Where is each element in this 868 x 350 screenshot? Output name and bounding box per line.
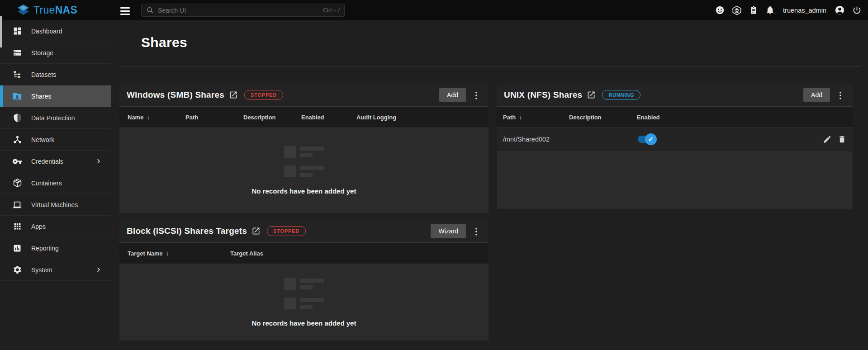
sidebar-item-datasets[interactable]: Datasets [0, 64, 111, 85]
sidebar-item-storage[interactable]: Storage [0, 42, 111, 64]
row-actions [823, 128, 846, 150]
gear-icon [12, 265, 23, 275]
column-header-target-name[interactable]: Target Name↓ [128, 250, 230, 257]
sidebar-item-network[interactable]: Network [0, 129, 111, 151]
sidebar-item-label: Datasets [31, 71, 56, 78]
sidebar-item-credentials[interactable]: Credentials [0, 151, 111, 172]
card-header: UNIX (NFS) Shares RUNNING Add ⋮ [497, 84, 853, 106]
sidebar-item-virtual-machines[interactable]: Virtual Machines [0, 194, 111, 216]
sort-desc-icon: ↓ [147, 114, 150, 121]
sidebar-item-label: Reporting [31, 245, 59, 252]
card-title: Block (iSCSI) Shares Targets [127, 226, 247, 236]
empty-state: No records have been added yet [252, 278, 356, 327]
chevron-right-icon [95, 266, 102, 273]
notifications-bell-icon[interactable] [765, 5, 775, 15]
kebab-menu-icon[interactable]: ⋮ [834, 87, 847, 103]
sidebar-item-reporting[interactable]: Reporting [0, 237, 111, 259]
username-label: truenas_admin [783, 7, 826, 14]
card-actions: Add ⋮ [439, 87, 483, 103]
page-title: Shares [141, 35, 187, 50]
iscsi-targets-card: Block (iSCSI) Shares Targets STOPPED Wiz… [119, 220, 489, 341]
column-header-enabled[interactable]: Enabled [637, 114, 853, 121]
account-avatar-icon[interactable] [835, 5, 845, 15]
card-body [497, 151, 853, 209]
column-header-target-alias[interactable]: Target Alias [230, 250, 489, 257]
kebab-menu-icon[interactable]: ⋮ [470, 223, 483, 239]
truenas-logo-icon [17, 4, 29, 16]
search-shortcut-hint: Ctrl + / [323, 7, 340, 14]
topbar-actions: truenas_admin [715, 0, 862, 20]
apps-grid-icon [12, 221, 23, 232]
sidebar-item-label: Credentials [31, 158, 63, 165]
open-in-new-icon[interactable] [229, 90, 238, 99]
column-header-description[interactable]: Description [569, 114, 637, 121]
sidebar-item-label: Dashboard [31, 28, 62, 35]
add-smb-share-button[interactable]: Add [439, 88, 466, 102]
card-header: Block (iSCSI) Shares Targets STOPPED Wiz… [119, 220, 489, 242]
edit-pencil-icon[interactable] [823, 135, 832, 144]
status-badge: STOPPED [244, 90, 283, 100]
jobs-clipboard-icon[interactable] [749, 5, 758, 15]
sidebar-item-label: Virtual Machines [31, 201, 78, 208]
open-in-new-icon[interactable] [251, 227, 261, 236]
sidebar-item-label: Apps [31, 223, 46, 230]
sidebar-item-label: Containers [31, 180, 62, 187]
empty-state: No records have been added yet [252, 146, 356, 195]
search-icon [146, 6, 154, 14]
sidebar-item-shares[interactable]: Shares [0, 85, 111, 107]
search-input[interactable] [158, 7, 319, 14]
power-icon[interactable] [852, 5, 862, 15]
sidebar-item-dashboard[interactable]: Dashboard [0, 20, 111, 42]
sidebar: Dashboard Storage Datasets Shares Data P… [0, 20, 111, 350]
sidebar-item-containers[interactable]: Containers [0, 172, 111, 194]
add-nfs-share-button[interactable]: Add [803, 88, 830, 102]
enabled-toggle[interactable]: ✓ [638, 136, 656, 143]
nfs-shares-card: UNIX (NFS) Shares RUNNING Add ⋮ Path↓ De… [497, 84, 853, 209]
share-path: /mnt/Shared002 [503, 136, 569, 143]
datasets-icon [12, 69, 23, 80]
card-title: UNIX (NFS) Shares [504, 90, 582, 100]
sidebar-item-label: Data Protection [31, 114, 75, 122]
topbar: TrueNAS Ctrl + / truenas_admin [0, 0, 868, 20]
key-icon [12, 156, 23, 167]
truecommand-icon[interactable] [732, 5, 742, 15]
kebab-menu-icon[interactable]: ⋮ [470, 87, 483, 103]
left-scrollbar[interactable] [0, 16, 2, 47]
delete-trash-icon[interactable] [838, 135, 846, 144]
truenas-brand[interactable]: TrueNAS [17, 0, 77, 20]
column-header-path[interactable]: Path↓ [503, 114, 569, 121]
feedback-smiley-icon[interactable] [715, 5, 725, 15]
brand-title: TrueNAS [33, 4, 77, 16]
table-header-row: Path↓ Description Enabled [497, 106, 853, 128]
empty-state-illustration [284, 278, 324, 309]
sidebar-item-apps[interactable]: Apps [0, 216, 111, 237]
empty-state-text: No records have been added yet [252, 319, 356, 327]
card-title: Windows (SMB) Shares [127, 90, 224, 100]
card-actions: Wizard ⋮ [431, 223, 483, 239]
shares-folder-icon [12, 91, 23, 102]
search-bar[interactable]: Ctrl + / [141, 4, 345, 17]
table-row[interactable]: /mnt/Shared002 ✓ [497, 128, 853, 151]
column-header-audit-logging[interactable]: Audit Logging [356, 114, 489, 121]
toggle-check-icon: ✓ [645, 133, 657, 145]
status-badge: RUNNING [602, 90, 640, 100]
column-header-path[interactable]: Path [185, 114, 243, 121]
storage-icon [12, 47, 23, 58]
sidebar-item-data-protection[interactable]: Data Protection [0, 107, 111, 129]
card-body: No records have been added yet [119, 264, 489, 341]
table-header-row: Name↓ Path Description Enabled Audit Log… [119, 106, 489, 128]
menu-toggle-button[interactable] [120, 7, 130, 15]
column-header-name[interactable]: Name↓ [128, 114, 185, 121]
sidebar-item-label: Shares [31, 93, 51, 100]
iscsi-wizard-button[interactable]: Wizard [431, 224, 466, 238]
empty-state-illustration [284, 146, 324, 177]
status-badge: STOPPED [267, 226, 306, 236]
column-header-description[interactable]: Description [243, 114, 301, 121]
column-header-enabled[interactable]: Enabled [301, 114, 356, 121]
open-in-new-icon[interactable] [587, 90, 596, 99]
network-icon [12, 134, 23, 145]
shield-icon [12, 113, 23, 123]
truenas-app: TrueNAS Ctrl + / truenas_admin [0, 0, 868, 350]
sidebar-item-system[interactable]: System [0, 259, 111, 281]
card-header: Windows (SMB) Shares STOPPED Add ⋮ [119, 84, 489, 106]
